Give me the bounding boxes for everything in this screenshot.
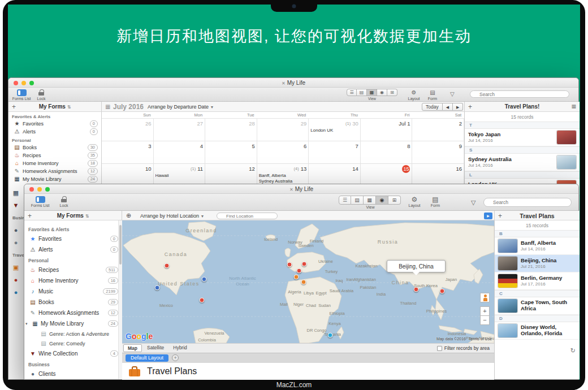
map-callout[interactable]: Beijing, China [387,260,446,272]
sidebar-item[interactable]: ▤Genre: Action & Adventure [24,329,122,339]
calendar-cell[interactable]: (1)11Hawaii [154,164,206,187]
calendar-cell[interactable]: 2 [412,119,464,141]
view-map-icon[interactable]: ◉ [376,196,388,205]
sidebar-item[interactable]: ▣ [8,261,24,274]
calendar-cell[interactable]: Jul 1 [361,119,413,141]
view-calendar-icon[interactable]: ▦ [364,196,376,205]
sidebar-item[interactable]: ● [8,236,24,249]
calendar-cell[interactable]: 16 [412,164,464,187]
calendar-cell[interactable]: 4 [154,141,206,164]
calendar-event[interactable]: London UK [310,128,358,133]
sidebar-item[interactable]: ▼Wine Collection4 [24,348,122,359]
arrange-dropdown[interactable]: Arrange by Hotel Location ▼ [140,213,205,219]
layout-button[interactable]: ⚙ Layout [404,89,423,101]
calendar-cell[interactable]: 9 [412,141,464,164]
calendar-cell[interactable]: 8 [361,141,413,164]
calendar-cell[interactable]: 5 [205,141,257,164]
locate-icon[interactable]: ⊕ [126,212,131,219]
sidebar-item[interactable]: ♨Recipes511 [24,265,122,275]
record-row[interactable]: Cape Town, South Africa [495,297,580,315]
calendar-cell[interactable]: 29 [257,119,309,141]
sidebar-item[interactable]: ▤Books29 [24,297,122,307]
sidebar-item[interactable]: ★Favorites0 [8,120,101,128]
calendar-cell[interactable]: (4)13Banff, AlbertaSydney Australia [257,164,309,187]
calendar-cell[interactable]: 26 [102,119,154,141]
sidebar-item[interactable]: ★Favorites0 [24,233,122,244]
sidebar-item[interactable]: ⌂Home Inventory18 [8,159,101,167]
prev-month-button[interactable]: ◀ [443,103,453,111]
map-marker[interactable] [155,285,160,291]
disclosure-icon[interactable]: ▾ [25,322,29,326]
view-grid-icon[interactable]: ⊞ [387,89,397,96]
sidebar-item[interactable]: ▤Genre: Comedy [24,339,122,348]
calendar-cell[interactable]: 10 [102,164,154,187]
forms-header-title[interactable]: My Forms ⇅ [24,213,122,219]
record-row[interactable]: Beijing, ChinaJul 21, 2016 [495,255,580,272]
layout-button[interactable]: ⚙ Layout [404,196,425,207]
map-marker[interactable] [294,275,299,280]
map-marker[interactable] [302,262,307,267]
view-list-icon[interactable]: ☰ [339,196,351,205]
close-button[interactable] [29,187,34,192]
calendar-event[interactable]: Banff, Alberta [259,173,307,179]
sidebar-item[interactable]: ⚠Alerts0 [8,128,101,136]
slideshow-button[interactable]: ▶ [484,213,492,219]
form-button[interactable]: ▤ Form [427,196,444,207]
record-row[interactable]: Tokyo JapanJul 14, 2016 [465,129,580,146]
map-type-satellite[interactable]: Satellite [143,344,168,352]
today-button[interactable]: Today [422,103,443,111]
calendar-cell[interactable]: 6 [257,141,309,164]
zoom-in-button[interactable]: + [480,306,490,316]
forms-header-title[interactable]: My Forms ⇅ [8,103,101,110]
calendar-cell[interactable]: 14 [309,164,361,187]
sidebar-item[interactable]: ● [8,224,24,236]
map-marker[interactable] [297,268,302,274]
next-month-button[interactable]: ▶ [453,103,463,111]
find-location-input[interactable] [217,213,278,219]
scrollbar-thumb[interactable] [119,225,122,265]
forms-list-button[interactable]: Forms List [28,196,53,207]
minimize-button[interactable] [21,81,26,85]
sidebar-scrollbar[interactable] [118,220,122,379]
map-type-hybrid[interactable]: Hybrid [169,344,191,352]
calendar-cell[interactable]: 12 [205,164,257,187]
close-button[interactable] [14,81,18,85]
sidebar-item[interactable]: ♨Recipes35 [8,151,101,159]
sidebar-item[interactable]: ● [8,286,24,298]
sidebar-item[interactable]: ⌂Home Inventory16 [24,275,122,286]
zoom-button[interactable] [45,187,50,192]
map-view[interactable]: GreenlandIcelandCanadaUnited StatesMexic… [122,220,494,343]
calendar-cell[interactable]: 7 [309,141,361,164]
map-marker[interactable] [165,263,170,268]
filter-icon[interactable]: ▽ [471,199,475,206]
sidebar-item[interactable]: ▾▦My Movie Library24 [24,318,122,329]
filter-by-area[interactable]: Filter records by area [437,345,494,351]
forms-list-button[interactable]: Forms List [10,89,33,101]
map-marker[interactable] [328,333,333,338]
sidebar-item[interactable]: ●Clients [24,369,122,379]
record-row[interactable]: Disney World, Orlando, Florida [495,322,580,340]
view-grid-icon[interactable]: ⊞ [388,196,401,205]
sidebar-item[interactable]: ▤Books30 [8,144,101,151]
map-marker[interactable] [202,277,207,282]
map-marker[interactable] [440,289,445,294]
view-list-icon[interactable]: ☰ [347,89,357,96]
calendar-cell[interactable]: 15 [361,164,413,187]
map-marker[interactable] [414,287,419,292]
zoom-out-button[interactable]: − [480,315,490,325]
sidebar-item[interactable]: ● [8,274,24,286]
record-row[interactable]: Sydney AustraliaJul 14, 2016 [465,154,580,171]
pegman-control[interactable] [480,293,490,302]
filter-icon[interactable]: ▽ [450,91,455,97]
calendar-cell[interactable]: (1)30London UK [309,119,361,141]
sidebar-item[interactable]: ▼ [8,199,24,211]
add-layout-button[interactable]: + [172,354,179,361]
sidebar-item[interactable]: ♪Music2199 [24,286,122,297]
lock-button[interactable]: Lock [33,89,49,101]
record-row[interactable]: Banff, AlbertaJul 14, 2016 [495,237,580,255]
sidebar-item[interactable]: ✎Homework Assignments12 [8,167,101,175]
google-logo[interactable]: Google [126,332,153,341]
record-row[interactable]: Berlin, GermanyJul 17, 2016 [495,272,580,290]
view-table-icon[interactable]: ▤ [357,89,367,96]
calendar-icon[interactable]: ▦ [571,103,576,109]
